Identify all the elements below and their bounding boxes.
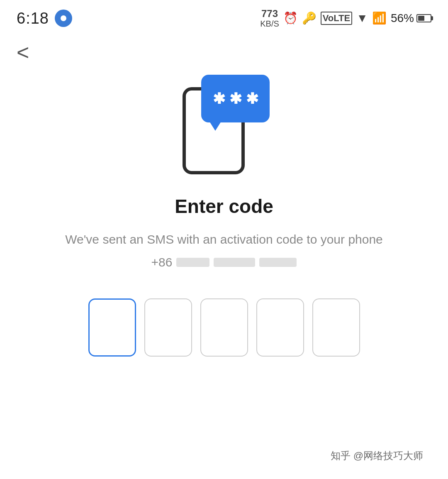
volte-icon: VoLTE	[321, 12, 352, 25]
status-right: 773 KB/S ⏰ 🔑 VoLTE ▼ 📶 56%	[260, 8, 431, 28]
footer-watermark: 知乎 @网络技巧大师	[331, 449, 423, 462]
phone-redacted-2	[214, 258, 255, 267]
sms-illustration: ✱ ✱ ✱	[178, 75, 270, 174]
page-title: Enter code	[25, 195, 423, 218]
wifi-icon: ▼	[356, 12, 368, 25]
network-speed: 773 KB/S	[260, 8, 279, 28]
alarm-icon: ⏰	[283, 11, 298, 25]
status-left: 6:18	[17, 10, 72, 27]
code-inputs-container	[25, 298, 423, 357]
battery-status: 56%	[391, 12, 431, 25]
code-box-4[interactable]	[256, 298, 304, 357]
content-area: < ✱ ✱ ✱ Enter code We've sent an SMS wit…	[0, 33, 448, 390]
phone-prefix: +86	[151, 255, 173, 269]
phone-redacted-3	[259, 258, 297, 267]
code-box-3[interactable]	[200, 298, 248, 357]
asterisk-1: ✱	[213, 91, 225, 106]
back-button[interactable]: <	[17, 42, 29, 63]
battery-icon	[416, 14, 431, 22]
code-box-1[interactable]	[88, 298, 136, 357]
key-icon: 🔑	[302, 11, 317, 25]
status-bar: 6:18 773 KB/S ⏰ 🔑 VoLTE ▼ 📶 56%	[0, 0, 448, 33]
phone-redacted-1	[176, 258, 209, 267]
status-time: 6:18	[17, 10, 49, 27]
page-description: We've sent an SMS with an activation cod…	[25, 230, 423, 249]
code-box-5[interactable]	[312, 298, 360, 357]
notification-icon	[55, 10, 72, 27]
illustration-container: ✱ ✱ ✱	[25, 75, 423, 174]
code-box-2[interactable]	[144, 298, 192, 357]
phone-number-row: +86	[25, 255, 423, 269]
asterisk-2: ✱	[229, 91, 242, 106]
speech-bubble: ✱ ✱ ✱	[201, 75, 270, 122]
asterisk-3: ✱	[246, 91, 258, 106]
signal-icon: 📶	[372, 11, 387, 25]
